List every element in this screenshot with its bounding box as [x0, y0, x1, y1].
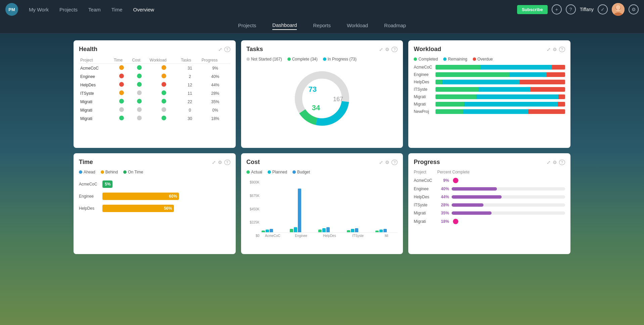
planned-bar	[294, 227, 297, 232]
budget-label: Budget	[297, 170, 310, 174]
workload-row-label: AcmeCoC	[414, 65, 435, 70]
cost-bar-group	[290, 189, 312, 232]
legend-planned: Planned	[268, 170, 287, 174]
remaining-segment	[481, 65, 552, 70]
tab-workload[interactable]: Workload	[347, 23, 368, 30]
health-help-icon[interactable]: ?	[224, 47, 230, 52]
help-icon[interactable]: ?	[566, 4, 576, 14]
nav-team[interactable]: Team	[88, 7, 101, 12]
workload-controls: ⤢ ⚙ ?	[547, 47, 565, 52]
subscribe-button[interactable]: Subscribe	[517, 5, 548, 14]
workload-row-label: Migrati	[414, 94, 435, 99]
health-expand-icon[interactable]: ⤢	[218, 47, 222, 52]
overdue-segment	[552, 65, 565, 70]
time-expand-icon[interactable]: ⤢	[212, 160, 216, 165]
legend-complete: Complete (34)	[287, 57, 318, 62]
user-menu-icon[interactable]: ✓	[598, 4, 608, 14]
tab-dashboard[interactable]: Dashboard	[272, 22, 297, 30]
col-project: Project	[79, 57, 112, 64]
cost-bars-col: AcmeCoCEngineeHelpDesITSysteMi	[262, 180, 398, 238]
add-icon[interactable]: +	[552, 4, 562, 14]
workload-bar-row: Migrati	[414, 94, 565, 99]
settings-icon[interactable]: ⚙	[629, 4, 639, 14]
time-gear-icon[interactable]: ⚙	[218, 160, 222, 165]
progress-row: ITSyste 28%	[414, 203, 565, 207]
cost-dot-cell	[131, 64, 148, 73]
progress-row-label: AcmeCoC	[414, 178, 435, 183]
tasks-controls: ⤢ ⚙ ?	[379, 47, 398, 52]
complete-dot	[287, 57, 291, 61]
tasks-gear-icon[interactable]: ⚙	[385, 47, 389, 52]
workload-help-icon[interactable]: ?	[559, 47, 565, 52]
workload-bar	[435, 102, 565, 107]
nav-projects[interactable]: Projects	[59, 7, 78, 12]
cost-help-icon[interactable]: ?	[392, 160, 398, 165]
time-bar-row: AcmeCoC 5%	[79, 180, 230, 188]
overdue-label: Overdue	[477, 57, 493, 62]
legend-completed: Completed	[414, 57, 438, 62]
app-logo[interactable]: PM	[5, 3, 18, 16]
progress-pct: 44%	[200, 81, 230, 89]
planned-bar	[266, 230, 269, 232]
legend-behind: Behind	[101, 170, 118, 174]
legend-not-started: Not Started (167)	[246, 57, 282, 62]
completed-segment	[435, 72, 509, 77]
time-bar-pct: 5%	[105, 182, 110, 187]
col-workload: Workload	[148, 57, 180, 64]
overdue-segment	[558, 94, 565, 99]
cost-bar-group	[262, 229, 284, 232]
tab-projects[interactable]: Projects	[238, 23, 256, 30]
svg-point-3	[616, 5, 620, 10]
nav-right-area: Subscribe + ? Tiffany ✓ ⚙	[517, 3, 639, 16]
tasks-expand-icon[interactable]: ⤢	[379, 47, 383, 52]
tab-reports[interactable]: Reports	[313, 23, 331, 30]
cost-bar-group	[347, 228, 369, 232]
workload-dot-cell	[148, 89, 180, 97]
progress-row: AcmeCoC 9%	[414, 178, 565, 183]
tasks-help-icon[interactable]: ?	[392, 47, 398, 52]
workload-row-label: HelpDes	[414, 80, 435, 84]
col-progress: Progress	[200, 57, 230, 64]
time-bar-row: Enginee 60%	[79, 193, 230, 200]
workload-bar	[435, 109, 565, 114]
nav-time[interactable]: Time	[111, 7, 123, 12]
y-675k: $675K	[246, 194, 260, 198]
time-row-label: HelpDes	[79, 206, 102, 211]
tab-roadmap[interactable]: Roadmap	[384, 23, 406, 30]
project-name: Migrati	[79, 106, 112, 114]
tasks-donut-chart: 73 167 34	[288, 65, 356, 132]
user-avatar[interactable]	[612, 3, 625, 16]
progress-bar-bg	[452, 203, 565, 207]
progress-help-icon[interactable]: ?	[559, 160, 565, 165]
remaining-label: Remaining	[448, 57, 467, 62]
workload-expand-icon[interactable]: ⤢	[547, 47, 551, 52]
actual-dot	[246, 170, 250, 174]
workload-dot-cell	[148, 106, 180, 114]
cost-dot-cell	[131, 114, 148, 123]
complete-label: Complete (34)	[292, 57, 318, 62]
progress-row: Migrati 18%	[414, 219, 565, 224]
cost-title: Cost	[246, 159, 260, 166]
time-bar: 56%	[102, 205, 174, 212]
cost-expand-icon[interactable]: ⤢	[379, 160, 383, 165]
workload-dot-cell	[148, 72, 180, 81]
progress-row: Migrati 35%	[414, 211, 565, 215]
behind-label: Behind	[105, 170, 118, 174]
actual-bar	[347, 230, 350, 232]
svg-text:167: 167	[333, 96, 343, 103]
top-navigation: PM My Work Projects Team Time Overview S…	[0, 0, 644, 19]
time-widget-header: Time ⤢ ⚙ ?	[79, 159, 230, 166]
time-bar: 60%	[102, 193, 179, 200]
cost-x-label: ITSyste	[347, 234, 369, 238]
workload-gear-icon[interactable]: ⚙	[553, 47, 557, 52]
time-help-icon[interactable]: ?	[224, 160, 230, 165]
behind-dot	[101, 170, 104, 174]
progress-gear-icon[interactable]: ⚙	[553, 160, 557, 165]
progress-row: Enginee 40%	[414, 187, 565, 191]
progress-expand-icon[interactable]: ⤢	[547, 160, 551, 165]
planned-bar	[351, 229, 354, 232]
nav-my-work[interactable]: My Work	[29, 7, 49, 12]
cost-gear-icon[interactable]: ⚙	[385, 160, 389, 165]
nav-overview[interactable]: Overview	[133, 7, 154, 12]
y-900k: $900K	[246, 180, 260, 184]
